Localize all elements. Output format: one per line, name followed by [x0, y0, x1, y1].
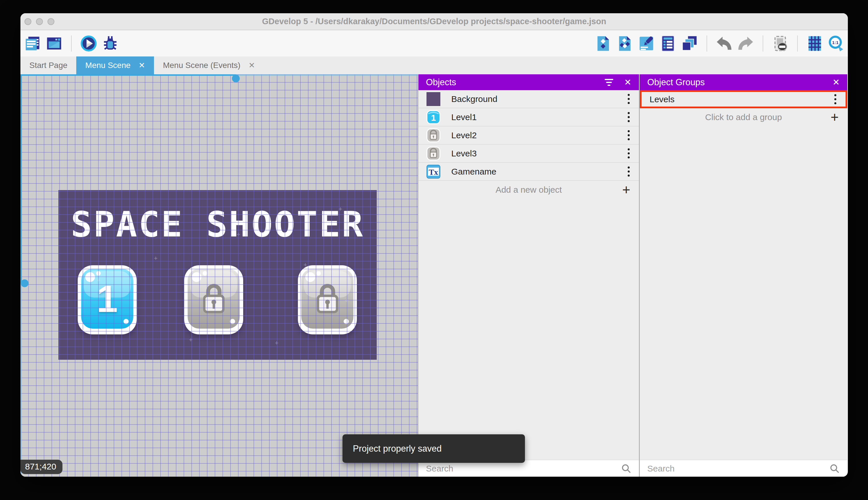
- scene-editor-icon[interactable]: [46, 35, 62, 52]
- object-row-gamename[interactable]: Tx Gamename: [419, 163, 639, 181]
- zoom-1-1-icon[interactable]: 1:1: [828, 35, 845, 52]
- star-decoration: +: [304, 261, 307, 269]
- selection-edge-left-faded: [21, 284, 22, 477]
- objects-search-input[interactable]: [426, 464, 621, 474]
- object-groups-panel-body: [640, 126, 847, 460]
- background-swatch: [426, 92, 440, 106]
- search-icon[interactable]: [830, 463, 840, 474]
- groups-search-input[interactable]: [647, 464, 830, 474]
- kebab-menu-icon[interactable]: [626, 147, 631, 160]
- toolbar-divider: [706, 35, 707, 52]
- objects-panel-body: [419, 199, 639, 460]
- layers-icon[interactable]: [681, 35, 698, 52]
- lock-button-icon: [426, 128, 440, 142]
- panel-title: Object Groups: [647, 77, 705, 88]
- debug-icon[interactable]: [102, 35, 119, 52]
- object-name: Level2: [451, 130, 477, 140]
- kebab-menu-icon[interactable]: [626, 93, 631, 105]
- kebab-menu-icon[interactable]: [626, 111, 631, 123]
- filter-icon[interactable]: [605, 79, 613, 86]
- main-area: SPACE SHOOTER + + + + + + + + 1: [21, 74, 848, 477]
- close-icon[interactable]: ✕: [624, 77, 631, 87]
- kebab-menu-icon[interactable]: [626, 165, 631, 178]
- close-window-button[interactable]: [24, 18, 31, 25]
- save-toast: Project properly saved: [342, 434, 525, 463]
- edit-scene-icon[interactable]: [638, 35, 655, 52]
- groups-search-bar: [640, 460, 847, 477]
- minimize-window-button[interactable]: [36, 18, 43, 25]
- object-groups-panel-header: Object Groups ✕: [640, 74, 847, 90]
- play-icon[interactable]: [80, 35, 97, 52]
- kebab-menu-icon[interactable]: [626, 129, 631, 141]
- maximize-window-button[interactable]: [47, 18, 55, 25]
- object-groups-panel: Object Groups ✕ Levels Click to add a gr…: [639, 74, 847, 477]
- plus-icon: +: [622, 183, 630, 197]
- level2-locked-button[interactable]: [184, 265, 243, 334]
- add-group-label: Click to add a group: [705, 112, 782, 122]
- toolbar-divider: [763, 35, 763, 52]
- tab-label: Start Page: [30, 61, 67, 70]
- instances-icon[interactable]: [617, 35, 633, 52]
- object-name: Background: [451, 94, 497, 104]
- objects-panel: Objects ✕ Background 1 Level1: [418, 74, 639, 477]
- tab-label: Menu Scene (Events): [163, 61, 240, 70]
- group-name: Levels: [649, 94, 675, 104]
- tab-label: Menu Scene: [85, 61, 130, 70]
- object-row-background[interactable]: Background: [419, 90, 639, 108]
- svg-text:1: 1: [431, 113, 436, 122]
- plus-icon: +: [831, 110, 838, 124]
- close-icon[interactable]: ✕: [248, 61, 255, 70]
- close-icon[interactable]: ✕: [833, 77, 840, 87]
- undo-icon[interactable]: [716, 35, 732, 52]
- add-object-button[interactable]: Add a new object +: [419, 181, 639, 199]
- toolbar-divider: [71, 35, 72, 52]
- tab-menu-scene-events[interactable]: Menu Scene (Events) ✕: [154, 56, 264, 74]
- level-number: 1: [81, 269, 133, 329]
- mask-icon[interactable]: [772, 35, 788, 52]
- toolbar-divider: [797, 35, 798, 52]
- search-icon[interactable]: [621, 463, 631, 474]
- scene-canvas[interactable]: SPACE SHOOTER + + + + + + + + 1: [21, 74, 418, 477]
- redo-icon[interactable]: [737, 35, 754, 52]
- scene-preview[interactable]: SPACE SHOOTER + + + + + + + + 1: [58, 190, 377, 360]
- star-decoration: +: [237, 231, 240, 238]
- kebab-menu-icon[interactable]: [833, 93, 837, 105]
- tab-start-page[interactable]: Start Page: [21, 56, 76, 74]
- svg-text:Tx: Tx: [429, 168, 438, 177]
- selection-edge-left: [21, 74, 22, 284]
- object-icon[interactable]: [595, 35, 612, 52]
- toolbar: 1:1: [21, 30, 848, 56]
- lock-icon: [188, 269, 240, 329]
- group-row-levels-highlighted[interactable]: Levels: [640, 90, 847, 108]
- project-manager-icon[interactable]: [24, 35, 41, 52]
- object-row-level3[interactable]: Level3: [419, 145, 639, 163]
- selection-handle-top[interactable]: [232, 75, 240, 82]
- properties-icon[interactable]: [660, 35, 676, 52]
- object-name: Level3: [451, 149, 477, 158]
- lock-button-icon: [426, 147, 440, 160]
- traffic-lights: [24, 13, 55, 30]
- window-title: GDevelop 5 - /Users/dkarakay/Documents/G…: [262, 17, 606, 26]
- object-row-level1[interactable]: 1 Level1: [419, 108, 639, 126]
- add-group-button[interactable]: Click to add a group +: [640, 108, 847, 126]
- panel-title: Objects: [426, 77, 456, 88]
- toolbar-left: [24, 35, 119, 52]
- level1-button-icon: 1: [426, 110, 440, 124]
- object-row-level2[interactable]: Level2: [419, 126, 639, 145]
- add-object-label: Add a new object: [496, 185, 562, 195]
- star-decoration: +: [189, 336, 192, 344]
- toast-message: Project properly saved: [353, 444, 442, 454]
- star-decoration: +: [154, 254, 158, 262]
- object-name: Gamename: [451, 167, 496, 177]
- cursor-coordinates-badge: 871;420: [21, 460, 62, 474]
- objects-panel-header: Objects ✕: [419, 74, 639, 90]
- level1-button[interactable]: 1: [78, 265, 137, 334]
- selection-handle-left[interactable]: [21, 280, 28, 287]
- grid-icon[interactable]: [806, 35, 823, 52]
- tab-bar: Start Page Menu Scene ✕ Menu Scene (Even…: [21, 56, 848, 74]
- close-icon[interactable]: ✕: [139, 61, 145, 70]
- tab-menu-scene[interactable]: Menu Scene ✕: [76, 56, 154, 74]
- title-bar: GDevelop 5 - /Users/dkarakay/Documents/G…: [21, 13, 848, 30]
- app-window: GDevelop 5 - /Users/dkarakay/Documents/G…: [21, 13, 848, 477]
- text-object-icon: Tx: [426, 165, 440, 179]
